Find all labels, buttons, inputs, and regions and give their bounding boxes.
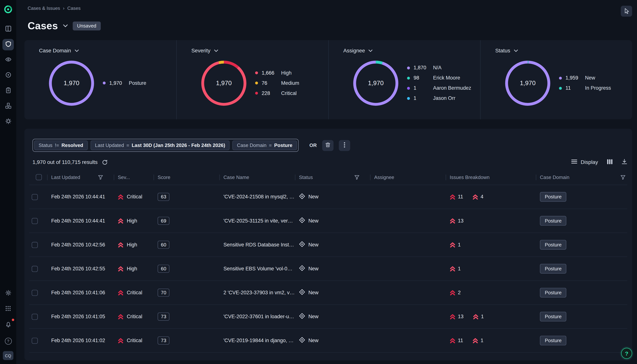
help-button[interactable]: ? <box>621 348 632 359</box>
chevron-down-icon[interactable] <box>75 49 79 52</box>
sidebar-item-visibility[interactable] <box>3 54 14 66</box>
legend-count: 11 <box>565 85 585 91</box>
case-name-link[interactable]: 'CVE-2025-31125 in vite, vers… <box>223 218 295 224</box>
severity-icon <box>118 218 124 224</box>
main-content: Cases & Issues › Cases Cases Unsaved Cas… <box>16 0 637 364</box>
issue-count-value: 1 <box>481 314 484 319</box>
sidebar-item-compliance[interactable] <box>3 85 14 96</box>
table-row[interactable]: Feb 24th 2026 10:41:05Critical73'CVE-202… <box>29 305 627 329</box>
trash-icon <box>325 142 331 149</box>
brand-logo-icon[interactable] <box>4 5 13 16</box>
table-row[interactable]: Feb 24th 2026 10:42:55High60Sensitive EB… <box>29 257 627 281</box>
column-header-last-updated[interactable]: Last Updated <box>47 170 114 185</box>
table-row[interactable]: Feb 24th 2026 10:42:56High60Sensitive RD… <box>29 233 627 257</box>
pointer-tool-button[interactable] <box>621 6 632 16</box>
cell-status: New <box>295 217 370 224</box>
filter-chip-status[interactable]: Status!=Resolved <box>34 140 88 150</box>
filter-more-options-button[interactable] <box>339 140 350 151</box>
breadcrumb-current[interactable]: Cases <box>67 6 81 10</box>
download-icon <box>621 159 627 166</box>
row-checkbox[interactable] <box>32 314 38 320</box>
column-header-sev[interactable]: Sev... <box>114 170 154 185</box>
column-header-case-name[interactable]: Case Name <box>219 170 295 185</box>
refresh-icon[interactable] <box>102 160 108 165</box>
legend-dot <box>407 76 410 79</box>
row-select-cell <box>29 218 47 224</box>
chevron-down-icon[interactable] <box>214 49 218 52</box>
chart-title: Severity <box>191 48 210 54</box>
donut-total: 1,970 <box>352 58 400 108</box>
column-header-case-domain[interactable]: Case Domain <box>536 170 627 185</box>
sidebar-item-threats[interactable] <box>3 116 14 127</box>
filter-chip-last-updated[interactable]: Last Updated=Last 30D (Jan 25th 2026 - F… <box>91 140 230 150</box>
user-avatar[interactable]: CQ <box>3 351 14 360</box>
title-chevron-down-icon[interactable] <box>63 24 68 27</box>
issue-count-value: 2 <box>458 290 461 296</box>
column-header-issues-breakdown[interactable]: Issues Breakdown <box>446 170 536 185</box>
row-checkbox[interactable] <box>32 194 38 200</box>
case-domain-chip: Posture <box>540 264 566 274</box>
sidebar-item-inventory[interactable] <box>3 100 14 112</box>
download-button[interactable] <box>621 159 627 166</box>
cell-score: 63 <box>154 193 219 201</box>
apps-button[interactable] <box>3 304 14 315</box>
case-name-link[interactable]: 'CVE-2024-21508 in mysql2, … <box>223 194 294 200</box>
chart-header-case-domain[interactable]: Case Domain <box>39 48 176 54</box>
cubes-icon <box>5 102 11 110</box>
column-header-assignee[interactable]: Assignee <box>370 170 446 185</box>
table-row[interactable]: Feb 24th 2026 10:44:41Critical63'CVE-202… <box>29 185 627 209</box>
filter-icon[interactable] <box>620 175 626 180</box>
issue-count-high: 1 <box>473 314 484 319</box>
chevron-down-icon[interactable] <box>369 49 373 52</box>
column-header-status[interactable]: Status <box>295 170 370 185</box>
case-name-link[interactable]: Sensitive RDS Database Insta… <box>223 242 295 248</box>
legend-item: 76Medium <box>255 80 299 86</box>
case-name-link[interactable]: 'CVE-2022-37601 in loader-u… <box>223 314 294 319</box>
case-name-link[interactable]: 2 'CVE-2023-37903 in vm2, v… <box>223 290 295 296</box>
row-checkbox[interactable] <box>32 218 38 224</box>
results-summary: 1,970 out of 110,715 results <box>33 159 98 165</box>
sidebar-item-cases[interactable] <box>3 39 14 50</box>
case-name-link[interactable]: Sensitive EBS Volume 'vol-05… <box>223 266 295 272</box>
row-checkbox[interactable] <box>32 338 38 344</box>
sidebar-item-detections[interactable] <box>3 70 14 81</box>
breadcrumb-link-cases-issues[interactable]: Cases & Issues <box>28 6 60 10</box>
table-row[interactable]: Feb 24th 2026 10:41:06Critical702 'CVE-2… <box>29 281 627 305</box>
row-checkbox[interactable] <box>32 266 38 272</box>
table-row[interactable]: Feb 24th 2026 10:44:41High69'CVE-2025-31… <box>29 209 627 233</box>
status-new-icon <box>299 337 305 344</box>
case-domain-chip: Posture <box>540 240 566 250</box>
row-checkbox[interactable] <box>32 242 38 248</box>
chart-header-severity[interactable]: Severity <box>191 48 328 54</box>
chart-header-assignee[interactable]: Assignee <box>343 48 480 54</box>
table-row[interactable]: Feb 24th 2026 10:41:02Critical73'CVE-201… <box>29 329 627 353</box>
cell-status: New <box>295 289 370 296</box>
display-button[interactable]: Display <box>571 159 598 165</box>
filter-icon[interactable] <box>98 175 103 180</box>
select-all-checkbox[interactable] <box>36 174 42 180</box>
row-checkbox[interactable] <box>32 290 38 296</box>
chevron-down-icon[interactable] <box>514 49 518 52</box>
help-menu-button[interactable]: ? <box>3 335 14 346</box>
column-header-score[interactable]: Score <box>154 170 219 185</box>
issue-count-critical: 11 <box>450 194 463 200</box>
filter-icon[interactable] <box>354 175 360 180</box>
sidebar-item-dashboard[interactable] <box>3 24 14 35</box>
status-new-icon <box>299 241 305 248</box>
donut-total: 1,970 <box>503 58 552 108</box>
legend-count: 1,666 <box>261 70 281 76</box>
chart-legend: 1,666High76Medium228Critical <box>255 70 299 96</box>
case-name-link[interactable]: 'CVE-2019-19844 in django, … <box>223 338 294 343</box>
chart-legend: 1,970Posture <box>103 80 146 86</box>
filter-chip-case-domain[interactable]: Case Domain=Posture <box>232 140 297 150</box>
delete-filter-button[interactable] <box>322 140 334 151</box>
legend-count: 98 <box>414 75 433 81</box>
cell-score: 69 <box>154 217 219 225</box>
settings-button[interactable] <box>3 288 14 299</box>
donut-chart: 1,970 <box>47 58 96 108</box>
table-body: Feb 24th 2026 10:44:41Critical63'CVE-202… <box>29 185 627 353</box>
notifications-button[interactable] <box>3 319 14 331</box>
chart-header-status[interactable]: Status <box>495 48 632 54</box>
columns-button[interactable] <box>607 159 613 165</box>
legend-item: 1,870N/A <box>407 65 471 71</box>
